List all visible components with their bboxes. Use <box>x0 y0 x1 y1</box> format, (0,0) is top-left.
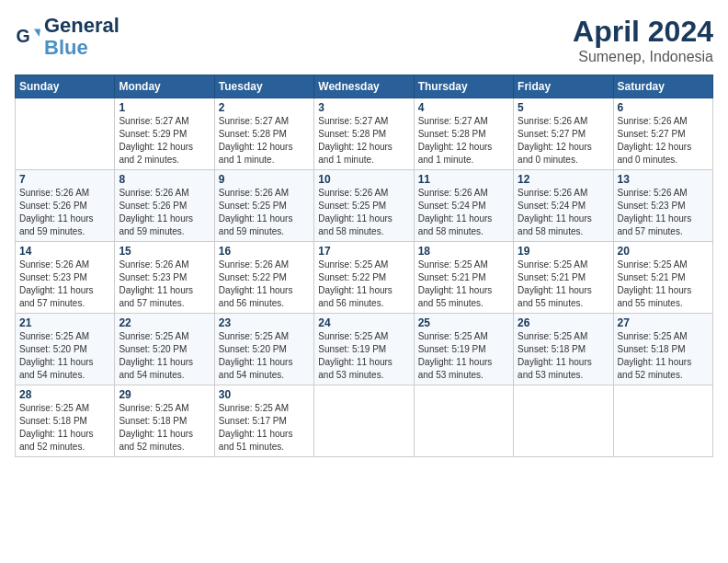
calendar-cell: 22Sunrise: 5:25 AM Sunset: 5:20 PM Dayli… <box>115 314 214 385</box>
day-number: 30 <box>219 388 310 401</box>
calendar-cell: 13Sunrise: 5:26 AM Sunset: 5:23 PM Dayli… <box>613 170 712 242</box>
day-number: 3 <box>318 101 409 114</box>
day-number: 12 <box>518 173 609 186</box>
day-info: Sunrise: 5:26 AM Sunset: 5:27 PM Dayligh… <box>618 115 709 167</box>
month-title: April 2024 <box>573 15 713 49</box>
calendar-cell: 28Sunrise: 5:25 AM Sunset: 5:18 PM Dayli… <box>16 385 115 457</box>
calendar-table: SundayMondayTuesdayWednesdayThursdayFrid… <box>15 75 713 457</box>
day-info: Sunrise: 5:27 AM Sunset: 5:28 PM Dayligh… <box>219 115 310 167</box>
day-info: Sunrise: 5:26 AM Sunset: 5:22 PM Dayligh… <box>219 259 310 310</box>
day-info: Sunrise: 5:27 AM Sunset: 5:28 PM Dayligh… <box>318 115 409 167</box>
day-info: Sunrise: 5:26 AM Sunset: 5:24 PM Dayligh… <box>518 187 609 238</box>
svg-text:G: G <box>16 26 29 46</box>
calendar-cell: 21Sunrise: 5:25 AM Sunset: 5:20 PM Dayli… <box>16 314 115 385</box>
calendar-cell: 19Sunrise: 5:25 AM Sunset: 5:21 PM Dayli… <box>514 242 613 314</box>
calendar-week-row: 28Sunrise: 5:25 AM Sunset: 5:18 PM Dayli… <box>16 385 713 457</box>
day-info: Sunrise: 5:25 AM Sunset: 5:21 PM Dayligh… <box>418 259 509 310</box>
day-number: 8 <box>119 173 210 186</box>
calendar-cell: 29Sunrise: 5:25 AM Sunset: 5:18 PM Dayli… <box>115 385 214 457</box>
day-number: 16 <box>219 245 310 258</box>
weekday-wednesday: Wednesday <box>314 75 414 98</box>
day-info: Sunrise: 5:26 AM Sunset: 5:24 PM Dayligh… <box>418 187 509 238</box>
day-number: 29 <box>119 388 210 401</box>
weekday-monday: Monday <box>115 75 214 98</box>
day-info: Sunrise: 5:26 AM Sunset: 5:25 PM Dayligh… <box>318 187 409 238</box>
weekday-friday: Friday <box>514 75 613 98</box>
calendar-cell <box>314 385 414 457</box>
weekday-saturday: Saturday <box>613 75 712 98</box>
day-number: 18 <box>418 245 509 258</box>
day-number: 25 <box>418 316 509 329</box>
logo: G GeneralBlue <box>15 15 119 59</box>
title-block: April 2024 Sumenep, Indonesia <box>573 15 713 65</box>
calendar-week-row: 1Sunrise: 5:27 AM Sunset: 5:29 PM Daylig… <box>16 98 713 170</box>
calendar-cell: 12Sunrise: 5:26 AM Sunset: 5:24 PM Dayli… <box>514 170 613 242</box>
day-info: Sunrise: 5:25 AM Sunset: 5:18 PM Dayligh… <box>518 330 609 382</box>
calendar-cell: 8Sunrise: 5:26 AM Sunset: 5:26 PM Daylig… <box>115 170 214 242</box>
calendar-cell: 17Sunrise: 5:25 AM Sunset: 5:22 PM Dayli… <box>314 242 414 314</box>
calendar-cell: 23Sunrise: 5:25 AM Sunset: 5:20 PM Dayli… <box>214 314 313 385</box>
calendar-cell: 18Sunrise: 5:25 AM Sunset: 5:21 PM Dayli… <box>414 242 513 314</box>
day-info: Sunrise: 5:25 AM Sunset: 5:18 PM Dayligh… <box>618 330 709 382</box>
calendar-cell: 6Sunrise: 5:26 AM Sunset: 5:27 PM Daylig… <box>613 98 712 170</box>
day-number: 7 <box>19 173 110 186</box>
page-header: G GeneralBlue April 2024 Sumenep, Indone… <box>15 15 713 65</box>
day-number: 26 <box>518 316 609 329</box>
logo-text: GeneralBlue <box>44 15 119 59</box>
calendar-cell: 9Sunrise: 5:26 AM Sunset: 5:25 PM Daylig… <box>214 170 313 242</box>
day-number: 11 <box>418 173 509 186</box>
day-number: 5 <box>518 101 609 114</box>
calendar-week-row: 14Sunrise: 5:26 AM Sunset: 5:23 PM Dayli… <box>16 242 713 314</box>
day-number: 19 <box>518 245 609 258</box>
calendar-cell: 7Sunrise: 5:26 AM Sunset: 5:26 PM Daylig… <box>16 170 115 242</box>
day-number: 1 <box>119 101 210 114</box>
calendar-cell: 3Sunrise: 5:27 AM Sunset: 5:28 PM Daylig… <box>314 98 414 170</box>
weekday-header-row: SundayMondayTuesdayWednesdayThursdayFrid… <box>16 75 713 98</box>
day-number: 21 <box>19 316 110 329</box>
calendar-cell: 5Sunrise: 5:26 AM Sunset: 5:27 PM Daylig… <box>514 98 613 170</box>
calendar-cell: 10Sunrise: 5:26 AM Sunset: 5:25 PM Dayli… <box>314 170 414 242</box>
day-number: 10 <box>318 173 409 186</box>
calendar-cell: 30Sunrise: 5:25 AM Sunset: 5:17 PM Dayli… <box>214 385 313 457</box>
day-number: 13 <box>618 173 709 186</box>
day-info: Sunrise: 5:25 AM Sunset: 5:17 PM Dayligh… <box>219 402 310 454</box>
svg-marker-1 <box>34 29 40 37</box>
calendar-cell: 20Sunrise: 5:25 AM Sunset: 5:21 PM Dayli… <box>613 242 712 314</box>
day-number: 24 <box>318 316 409 329</box>
day-number: 20 <box>618 245 709 258</box>
day-info: Sunrise: 5:26 AM Sunset: 5:23 PM Dayligh… <box>618 187 709 238</box>
day-number: 6 <box>618 101 709 114</box>
day-info: Sunrise: 5:25 AM Sunset: 5:19 PM Dayligh… <box>318 330 409 382</box>
day-info: Sunrise: 5:26 AM Sunset: 5:25 PM Dayligh… <box>219 187 310 238</box>
day-info: Sunrise: 5:25 AM Sunset: 5:18 PM Dayligh… <box>19 402 110 454</box>
calendar-week-row: 21Sunrise: 5:25 AM Sunset: 5:20 PM Dayli… <box>16 314 713 385</box>
weekday-thursday: Thursday <box>414 75 513 98</box>
calendar-cell <box>16 98 115 170</box>
calendar-cell: 14Sunrise: 5:26 AM Sunset: 5:23 PM Dayli… <box>16 242 115 314</box>
calendar-cell: 16Sunrise: 5:26 AM Sunset: 5:22 PM Dayli… <box>214 242 313 314</box>
day-number: 14 <box>19 245 110 258</box>
day-info: Sunrise: 5:25 AM Sunset: 5:19 PM Dayligh… <box>418 330 509 382</box>
day-info: Sunrise: 5:26 AM Sunset: 5:23 PM Dayligh… <box>19 259 110 310</box>
calendar-page: G GeneralBlue April 2024 Sumenep, Indone… <box>0 0 728 563</box>
day-number: 2 <box>219 101 310 114</box>
day-info: Sunrise: 5:25 AM Sunset: 5:22 PM Dayligh… <box>318 259 409 310</box>
day-number: 9 <box>219 173 310 186</box>
day-info: Sunrise: 5:25 AM Sunset: 5:21 PM Dayligh… <box>618 259 709 310</box>
calendar-cell <box>514 385 613 457</box>
day-info: Sunrise: 5:27 AM Sunset: 5:28 PM Dayligh… <box>418 115 509 167</box>
day-info: Sunrise: 5:25 AM Sunset: 5:20 PM Dayligh… <box>119 330 210 382</box>
calendar-cell: 27Sunrise: 5:25 AM Sunset: 5:18 PM Dayli… <box>613 314 712 385</box>
day-info: Sunrise: 5:25 AM Sunset: 5:20 PM Dayligh… <box>19 330 110 382</box>
calendar-cell: 11Sunrise: 5:26 AM Sunset: 5:24 PM Dayli… <box>414 170 513 242</box>
calendar-cell: 26Sunrise: 5:25 AM Sunset: 5:18 PM Dayli… <box>514 314 613 385</box>
day-number: 23 <box>219 316 310 329</box>
calendar-cell <box>613 385 712 457</box>
day-info: Sunrise: 5:27 AM Sunset: 5:29 PM Dayligh… <box>119 115 210 167</box>
day-number: 22 <box>119 316 210 329</box>
calendar-cell: 4Sunrise: 5:27 AM Sunset: 5:28 PM Daylig… <box>414 98 513 170</box>
location-subtitle: Sumenep, Indonesia <box>573 49 713 65</box>
day-number: 27 <box>618 316 709 329</box>
calendar-week-row: 7Sunrise: 5:26 AM Sunset: 5:26 PM Daylig… <box>16 170 713 242</box>
calendar-cell: 1Sunrise: 5:27 AM Sunset: 5:29 PM Daylig… <box>115 98 214 170</box>
